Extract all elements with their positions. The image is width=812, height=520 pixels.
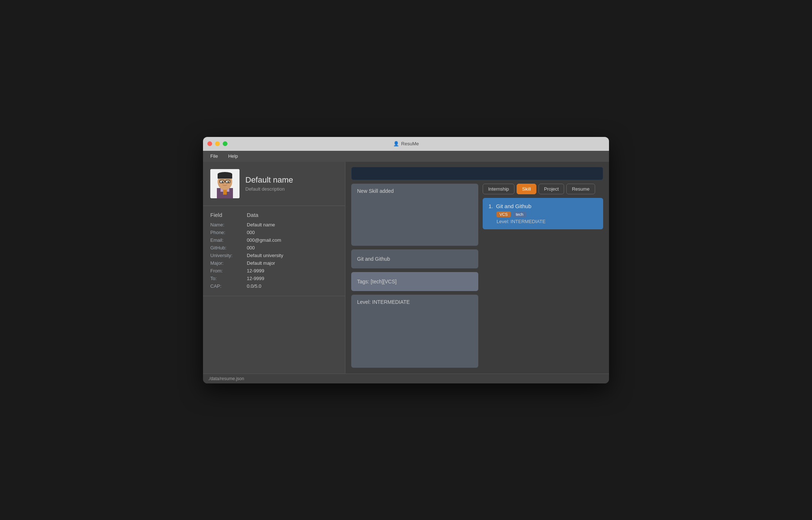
field-value: 000	[247, 245, 338, 251]
profile-section: Default name Default description	[203, 162, 345, 206]
field-value: 0.0/5.0	[247, 283, 338, 289]
field-row: Name: Default name	[210, 221, 338, 229]
window-title: 👤 ResuMe	[393, 141, 419, 146]
tab-btn-skill[interactable]: Skill	[517, 184, 536, 194]
skill-item[interactable]: 1. Git and Github VCStech Level: INTERME…	[483, 198, 603, 229]
field-row: GitHub: 000	[210, 244, 338, 252]
maximize-button[interactable]	[223, 141, 227, 146]
menubar: File Help	[203, 151, 609, 162]
right-panel: New Skill added Git and Github Tags: [te…	[345, 162, 609, 374]
field-key: Phone:	[210, 230, 247, 235]
skill-tags-box[interactable]: Tags: [tech][VCS]	[351, 272, 478, 291]
tab-buttons: InternshipSkillProjectResume	[483, 184, 603, 194]
field-row: Phone: 000	[210, 229, 338, 236]
skill-level-text: Level: INTERMEDIATE	[357, 299, 410, 305]
field-row: To: 12-9999	[210, 275, 338, 282]
close-button[interactable]	[207, 141, 212, 146]
minimize-button[interactable]	[215, 141, 220, 146]
content-area: New Skill added Git and Github Tags: [te…	[345, 184, 609, 374]
profile-info: Default name Default description	[245, 175, 293, 192]
menu-file[interactable]: File	[208, 153, 220, 160]
svg-rect-10	[222, 181, 223, 183]
field-key: CAP:	[210, 283, 247, 289]
field-value: Default major	[247, 260, 338, 266]
field-key: Name:	[210, 222, 247, 228]
field-header-label: Field	[210, 212, 247, 218]
profile-description: Default description	[245, 186, 293, 192]
field-key: University:	[210, 253, 247, 258]
avatar	[210, 169, 240, 198]
fields-header: Field Data	[210, 212, 338, 218]
notification-box: New Skill added	[351, 184, 478, 246]
status-bar: ./data/resume.json	[203, 374, 609, 383]
menu-help[interactable]: Help	[226, 153, 240, 160]
field-row: From: 12-9999	[210, 267, 338, 275]
edit-panel: New Skill added Git and Github Tags: [te…	[351, 184, 478, 368]
skill-item-num: 1.	[489, 203, 493, 209]
tab-btn-internship[interactable]: Internship	[483, 184, 514, 194]
svg-point-7	[218, 172, 232, 176]
search-bar[interactable]	[351, 167, 603, 180]
list-panel: InternshipSkillProjectResume 1. Git and …	[483, 184, 603, 368]
field-row: University: Default university	[210, 252, 338, 259]
fields-list: Name: Default name Phone: 000 Email: 000…	[210, 221, 338, 290]
data-header-label: Data	[247, 212, 338, 218]
field-value: 000@gmail.com	[247, 237, 338, 243]
skill-tags-text: Tags: [tech][VCS]	[357, 279, 397, 284]
skill-item-header: 1. Git and Github	[489, 203, 597, 209]
skill-item-name: Git and Github	[496, 203, 532, 209]
field-value: 12-9999	[247, 268, 338, 274]
field-value: 12-9999	[247, 276, 338, 281]
skill-name-box[interactable]: Git and Github	[351, 249, 478, 268]
svg-rect-11	[227, 181, 229, 183]
field-row: CAP: 0.0/5.0	[210, 282, 338, 290]
field-value: Default name	[247, 222, 338, 228]
status-text: ./data/resume.json	[208, 376, 244, 381]
skills-list: 1. Git and Github VCStech Level: INTERME…	[483, 198, 603, 368]
field-key: Major:	[210, 260, 247, 266]
tag-vcs: VCS	[497, 211, 511, 217]
title-text: ResuMe	[401, 141, 419, 146]
main-content: Default name Default description Field D…	[203, 162, 609, 374]
titlebar: 👤 ResuMe	[203, 137, 609, 151]
skill-level: Level: INTERMEDIATE	[497, 219, 597, 224]
profile-name: Default name	[245, 175, 293, 185]
title-icon: 👤	[393, 141, 399, 146]
skill-name-text: Git and Github	[357, 256, 390, 262]
field-key: From:	[210, 268, 247, 274]
fields-section: Field Data Name: Default name Phone: 000…	[203, 206, 345, 296]
field-value: Default university	[247, 253, 338, 258]
field-row: Major: Default major	[210, 259, 338, 267]
app-window: 👤 ResuMe File Help	[203, 137, 609, 383]
field-key: Email:	[210, 237, 247, 243]
field-key: To:	[210, 276, 247, 281]
notification-text: New Skill added	[357, 188, 394, 194]
skill-level-box: Level: INTERMEDIATE	[351, 295, 478, 368]
field-value: 000	[247, 230, 338, 235]
traffic-lights	[207, 141, 227, 146]
left-panel: Default name Default description Field D…	[203, 162, 345, 374]
tag-tech: tech	[513, 211, 526, 217]
field-row: Email: 000@gmail.com	[210, 236, 338, 244]
tab-btn-resume[interactable]: Resume	[566, 184, 595, 194]
tab-btn-project[interactable]: Project	[539, 184, 564, 194]
skill-tags: VCStech	[497, 211, 597, 217]
field-key: GitHub:	[210, 245, 247, 251]
